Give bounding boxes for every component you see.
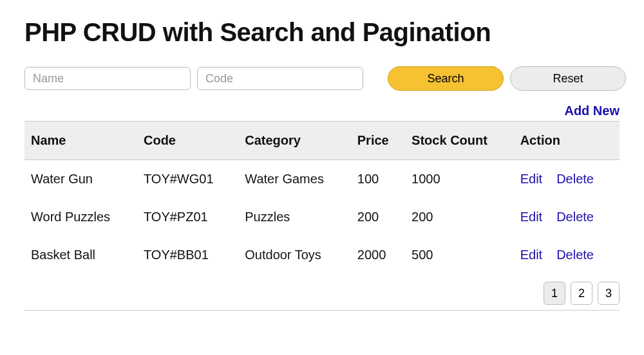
- cell-category: Water Games: [238, 160, 351, 199]
- search-button[interactable]: Search: [388, 66, 504, 91]
- edit-link[interactable]: Edit: [520, 210, 542, 224]
- col-header-action: Action: [514, 122, 620, 160]
- cell-action: EditDelete: [514, 236, 620, 274]
- col-header-stock: Stock Count: [405, 122, 514, 160]
- cell-name: Water Gun: [24, 160, 137, 199]
- pagination: 123: [24, 282, 620, 305]
- page-button-2[interactable]: 2: [571, 282, 592, 305]
- delete-link[interactable]: Delete: [556, 172, 594, 186]
- cell-category: Puzzles: [238, 198, 351, 236]
- table-row: Word PuzzlesTOY#PZ01Puzzles200200EditDel…: [24, 198, 620, 236]
- col-header-price: Price: [351, 122, 405, 160]
- cell-stock: 500: [405, 236, 514, 274]
- cell-price: 2000: [351, 236, 405, 274]
- add-new-row: Add New: [24, 104, 620, 118]
- col-header-name: Name: [24, 122, 137, 160]
- delete-link[interactable]: Delete: [556, 248, 594, 262]
- col-header-code: Code: [137, 122, 238, 160]
- search-bar: Search Reset: [24, 66, 620, 91]
- bottom-divider: [24, 310, 620, 311]
- cell-code: TOY#PZ01: [137, 198, 238, 236]
- page-button-1[interactable]: 1: [544, 282, 565, 305]
- cell-category: Outdoor Toys: [238, 236, 351, 274]
- cell-code: TOY#WG01: [137, 160, 238, 199]
- page-button-3[interactable]: 3: [598, 282, 620, 305]
- page-title: PHP CRUD with Search and Pagination: [24, 18, 620, 47]
- delete-link[interactable]: Delete: [556, 210, 594, 224]
- cell-stock: 1000: [405, 160, 514, 199]
- cell-price: 100: [351, 160, 405, 199]
- table-row: Water GunTOY#WG01Water Games1001000EditD…: [24, 160, 620, 199]
- cell-price: 200: [351, 198, 405, 236]
- edit-link[interactable]: Edit: [520, 248, 542, 262]
- col-header-category: Category: [238, 122, 351, 160]
- cell-code: TOY#BB01: [137, 236, 238, 274]
- add-new-link[interactable]: Add New: [564, 104, 620, 118]
- table-row: Basket BallTOY#BB01Outdoor Toys2000500Ed…: [24, 236, 620, 274]
- cell-stock: 200: [405, 198, 514, 236]
- results-table: Name Code Category Price Stock Count Act…: [24, 121, 620, 274]
- cell-name: Word Puzzles: [24, 198, 137, 236]
- name-input[interactable]: [24, 67, 191, 90]
- edit-link[interactable]: Edit: [520, 172, 542, 186]
- cell-action: EditDelete: [514, 160, 620, 199]
- cell-name: Basket Ball: [24, 236, 137, 274]
- code-input[interactable]: [197, 67, 363, 90]
- cell-action: EditDelete: [514, 198, 620, 236]
- reset-button[interactable]: Reset: [510, 66, 626, 91]
